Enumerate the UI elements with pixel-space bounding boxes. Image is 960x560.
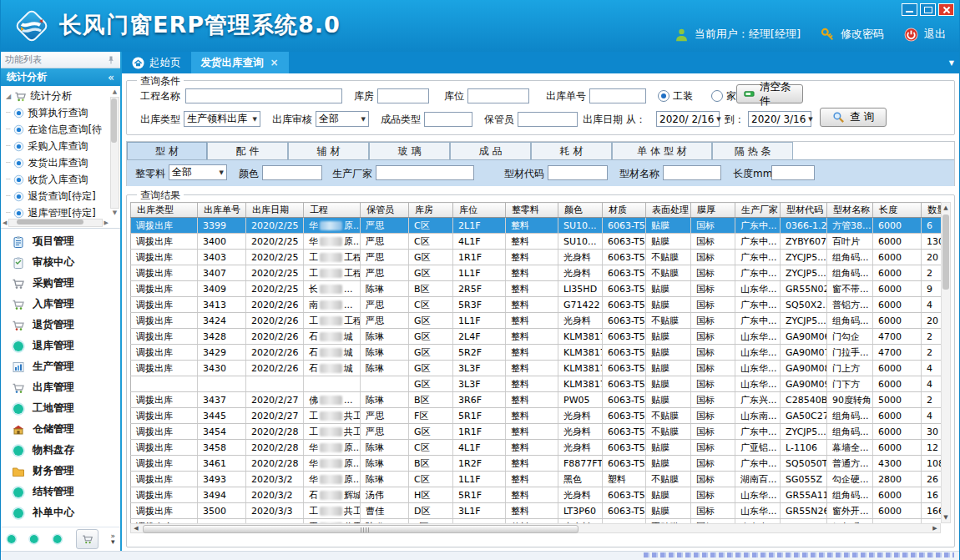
cell[interactable]: 组角码...	[827, 408, 873, 424]
cell[interactable]: GA90M07...	[781, 345, 827, 361]
scroll-down-icon[interactable]: ▼	[113, 209, 117, 218]
cell[interactable]: 调拨出库	[131, 361, 198, 376]
table-row[interactable]: 调拨出库34612020/2/28华原...陈琳B区1R2F整料F8877FT6…	[131, 456, 952, 472]
cell[interactable]: 国标	[691, 472, 735, 487]
sidebar-item-7[interactable]: 出库管理	[1, 377, 120, 398]
cell[interactable]: 6000	[873, 313, 922, 329]
cell[interactable]	[198, 376, 246, 392]
cell[interactable]: 调拨出库	[131, 487, 198, 503]
cell[interactable]	[304, 376, 361, 392]
cell[interactable]: 华原...	[304, 234, 361, 250]
cell[interactable]: 国标	[691, 503, 735, 519]
table-vertical-scrollbar[interactable]: ▲ ▼	[941, 202, 951, 523]
cell[interactable]: 调拨出库	[131, 424, 198, 440]
cell[interactable]: 长...	[304, 281, 361, 297]
cell[interactable]: 山东南...	[735, 408, 781, 424]
cell[interactable]: 贴膜	[646, 440, 691, 456]
location-input[interactable]	[467, 88, 529, 103]
cell[interactable]: 6000	[873, 281, 922, 297]
material-tab-3[interactable]: 玻 璃	[369, 142, 450, 159]
cell[interactable]: 贴膜	[646, 329, 691, 345]
cell[interactable]: 严思	[361, 297, 409, 313]
date-to-select[interactable]: 2020/ 3/16▼	[748, 111, 811, 127]
cell[interactable]: B区	[409, 281, 453, 297]
cell[interactable]: 国标	[691, 345, 735, 361]
cell[interactable]: 2020/2/26	[246, 329, 304, 345]
cell[interactable]: 贴膜	[646, 281, 691, 297]
cell[interactable]: L-1106	[781, 440, 827, 456]
cell[interactable]: 调拨出库	[131, 297, 198, 313]
cell[interactable]	[246, 376, 304, 392]
table-row[interactable]: 调拨出库34942020/3/2石辉城汤伟H区5R1F整料光身料6063-T5贴…	[131, 487, 952, 503]
cell[interactable]: C28540B	[781, 392, 827, 408]
quick-item-icon[interactable]	[28, 533, 39, 545]
cell[interactable]: 2020/2/27	[246, 392, 304, 408]
outbound-type-select[interactable]: 生产领料出库▼	[184, 111, 260, 127]
cell[interactable]: 光身料	[558, 265, 603, 281]
material-tab-1[interactable]: 配 件	[207, 142, 288, 159]
cell[interactable]: 国标	[691, 313, 735, 329]
cell[interactable]: 3400	[198, 234, 246, 250]
cell[interactable]: 华原...	[304, 218, 361, 234]
cell[interactable]: 6000	[873, 297, 922, 313]
sidebar-item-1[interactable]: 审核中心	[1, 252, 120, 273]
cell[interactable]: 3458	[198, 440, 246, 456]
cell[interactable]: 整料	[506, 281, 558, 297]
cell[interactable]: 国标	[691, 329, 735, 345]
close-button[interactable]	[938, 3, 954, 16]
pin-icon[interactable]	[106, 55, 116, 65]
cell[interactable]: 山东华...	[735, 503, 781, 519]
cell[interactable]: 3424	[198, 313, 246, 329]
cell[interactable]: 山东华...	[735, 361, 781, 376]
cell[interactable]: 5R1F	[453, 408, 506, 424]
cell[interactable]: 3413	[198, 297, 246, 313]
tab-outbound-query[interactable]: 发货出库查询 ×	[191, 52, 289, 73]
cell[interactable]: 2800	[873, 472, 922, 487]
cell[interactable]: 整料	[506, 218, 558, 234]
tree-root-statistics[interactable]: ◢统计分析	[6, 88, 109, 104]
cell[interactable]: 国标	[691, 281, 735, 297]
cell[interactable]: 2020/2/26	[246, 313, 304, 329]
cell[interactable]: 山东华...	[735, 345, 781, 361]
cell[interactable]: 6063-T5	[603, 234, 646, 250]
cell[interactable]: 6063-T5	[603, 218, 646, 234]
cell[interactable]: C区	[409, 440, 453, 456]
scroll-up-icon[interactable]: ▲	[113, 88, 117, 97]
cell[interactable]: 整料	[506, 313, 558, 329]
cell[interactable]: 6063-T5	[603, 456, 646, 472]
scroll-left-icon[interactable]: ◀	[3, 219, 7, 226]
table-row[interactable]: 调拨出库34452020/2/27工共工程严思F区5R1F整料光身料6063-T…	[131, 408, 952, 424]
cell[interactable]: 3428	[198, 329, 246, 345]
cell[interactable]: ZYCJP5...	[781, 250, 827, 265]
cell[interactable]: ZYCJP5...	[781, 313, 827, 329]
cell[interactable]	[361, 376, 409, 392]
material-tab-0[interactable]: 型 材	[127, 142, 207, 159]
cell[interactable]: G区	[409, 376, 453, 392]
cell[interactable]: 3L3F	[453, 376, 506, 392]
cell[interactable]: 华原...	[304, 472, 361, 487]
cell[interactable]: 陈琳	[361, 345, 409, 361]
cell[interactable]: C区	[409, 218, 453, 234]
cell[interactable]: 光身料	[558, 424, 603, 440]
cell[interactable]: 国标	[691, 487, 735, 503]
cell[interactable]: 调拨出库	[131, 313, 198, 329]
cell[interactable]: 调拨出库	[131, 440, 198, 456]
cell[interactable]: 2020/3/3	[246, 503, 304, 519]
column-header[interactable]: 材质	[603, 203, 646, 218]
cell[interactable]: 组角码...	[827, 424, 873, 440]
clear-conditions-button[interactable]: 清空条件	[736, 84, 803, 103]
cell[interactable]: 湖南百...	[735, 472, 781, 487]
cell[interactable]: GA90M09...	[781, 376, 827, 392]
cell[interactable]: 整料	[506, 297, 558, 313]
cell[interactable]: 5000	[873, 392, 922, 408]
product-type-input[interactable]	[424, 112, 472, 127]
tab-home[interactable]: 起始页	[122, 52, 191, 73]
cell[interactable]: 3500	[198, 503, 246, 519]
cell[interactable]: 广东中...	[735, 456, 781, 472]
cell[interactable]: KLM3817	[558, 361, 603, 376]
sidebar-item-12[interactable]: 结转管理	[1, 482, 120, 502]
cell[interactable]: B区	[409, 392, 453, 408]
cell[interactable]: 不贴膜	[646, 408, 691, 424]
keeper-input[interactable]	[518, 112, 578, 127]
cell[interactable]: 石城	[304, 361, 361, 376]
